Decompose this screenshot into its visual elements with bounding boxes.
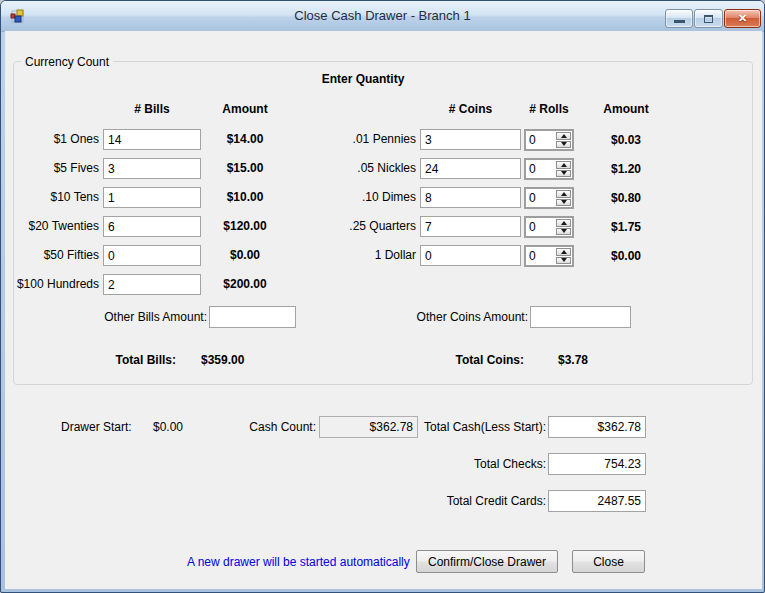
spinner-down-button[interactable] [556,257,571,265]
close-cash-drawer-window: Close Cash Drawer - Branch 1 ✕ Currency … [0,0,765,593]
rolls-value: 0 [526,160,555,178]
bill-row-label: $1 Ones [13,129,99,150]
bill-row-label: $50 Fifties [13,245,99,266]
bill-amount: $15.00 [204,158,286,179]
coins-amount-header: Amount [585,102,667,116]
spinner-up-button[interactable] [556,219,571,227]
total-bills-label: Total Bills: [79,353,176,367]
arrow-up-icon [561,134,567,138]
spinner-down-button[interactable] [556,199,571,207]
coin-qty-input-dollar[interactable] [420,245,521,266]
total-checks-field[interactable] [548,453,646,475]
close-button[interactable]: Close [572,550,645,573]
coin-row-label: .10 Dimes [319,187,416,208]
coin-amount: $0.03 [585,129,667,151]
rolls-spinner-quarters[interactable]: 0 [524,216,574,238]
enter-quantity-heading: Enter Quantity [273,72,453,86]
bill-qty-input-fifties[interactable] [103,245,201,266]
arrow-down-icon [561,258,567,262]
new-drawer-note: A new drawer will be started automatical… [187,555,410,569]
coins-qty-header: # Coins [420,102,521,116]
spinner-up-button[interactable] [556,248,571,256]
other-coins-label: Other Coins Amount: [379,306,528,328]
spinner-up-button[interactable] [556,161,571,169]
total-coins-value: $3.78 [558,353,588,367]
bill-qty-input-fives[interactable] [103,158,201,179]
spinner-down-button[interactable] [556,170,571,178]
arrow-up-icon [561,221,567,225]
minimize-button[interactable] [665,9,693,28]
bill-amount: $120.00 [204,216,286,237]
minimize-icon [674,20,685,23]
arrow-up-icon [561,250,567,254]
bill-qty-input-tens[interactable] [103,187,201,208]
coin-row-label: .05 Nickles [319,158,416,179]
cash-count-label: Cash Count: [231,416,316,438]
bill-amount: $10.00 [204,187,286,208]
coins-rolls-header: # Rolls [521,102,577,116]
close-icon: ✕ [738,12,747,25]
coin-qty-input-pennies[interactable] [420,129,521,150]
bill-qty-input-twenties[interactable] [103,216,201,237]
bill-qty-input-ones[interactable] [103,129,201,150]
spinner-up-button[interactable] [556,132,571,140]
total-cash-label: Total Cash(Less Start): [419,416,546,438]
coin-qty-input-quarters[interactable] [420,216,521,237]
coin-amount: $1.75 [585,216,667,238]
coin-amount: $0.80 [585,187,667,209]
titlebar[interactable]: Close Cash Drawer - Branch 1 ✕ [1,1,764,32]
arrow-down-icon [561,142,567,146]
bills-qty-header: # Bills [103,102,201,116]
bill-amount: $200.00 [204,274,286,295]
total-credit-cards-label: Total Credit Cards: [426,490,546,512]
confirm-close-drawer-button[interactable]: Confirm/Close Drawer [416,550,558,573]
arrow-down-icon [561,200,567,204]
groupbox-title: Currency Count [21,55,113,69]
drawer-start-label: Drawer Start: [61,416,132,438]
total-bills-value: $359.00 [201,353,244,367]
rolls-value: 0 [526,189,555,207]
rolls-value: 0 [526,218,555,236]
arrow-down-icon [561,229,567,233]
coin-qty-input-dimes[interactable] [420,187,521,208]
bill-qty-input-hundreds[interactable] [103,274,201,295]
other-coins-input[interactable] [530,306,631,328]
rolls-spinner-dimes[interactable]: 0 [524,187,574,209]
rolls-spinner-nickles[interactable]: 0 [524,158,574,180]
close-window-button[interactable]: ✕ [724,9,761,28]
rolls-spinner-dollar[interactable]: 0 [524,245,574,267]
maximize-button[interactable] [694,9,723,28]
arrow-up-icon [561,192,567,196]
bill-row-label: $20 Twenties [13,216,99,237]
spinner-down-button[interactable] [556,228,571,236]
spinner-down-button[interactable] [556,141,571,149]
window-title: Close Cash Drawer - Branch 1 [1,8,764,23]
coin-row-label: 1 Dollar [319,245,416,266]
drawer-start-value: $0.00 [153,416,183,438]
arrow-up-icon [561,163,567,167]
rolls-value: 0 [526,247,555,265]
coin-row-label: .01 Pennies [319,129,416,150]
bill-amount: $0.00 [204,245,286,266]
coin-row-label: .25 Quarters [319,216,416,237]
bill-row-label: $100 Hundreds [13,274,99,295]
coin-qty-input-nickles[interactable] [420,158,521,179]
other-bills-label: Other Bills Amount: [59,306,207,328]
cash-count-field [319,416,418,438]
arrow-down-icon [561,171,567,175]
total-credit-cards-field[interactable] [548,490,646,512]
total-cash-field[interactable] [548,416,646,438]
bill-row-label: $5 Fives [13,158,99,179]
coin-amount: $1.20 [585,158,667,180]
coin-amount: $0.00 [585,245,667,267]
bill-amount: $14.00 [204,129,286,150]
bill-row-label: $10 Tens [13,187,99,208]
total-checks-label: Total Checks: [446,453,546,475]
spinner-up-button[interactable] [556,190,571,198]
rolls-spinner-pennies[interactable]: 0 [524,129,574,151]
rolls-value: 0 [526,131,555,149]
maximize-icon [704,15,713,23]
other-bills-input[interactable] [209,306,296,328]
bills-amount-header: Amount [204,102,286,116]
total-coins-label: Total Coins: [427,353,524,367]
